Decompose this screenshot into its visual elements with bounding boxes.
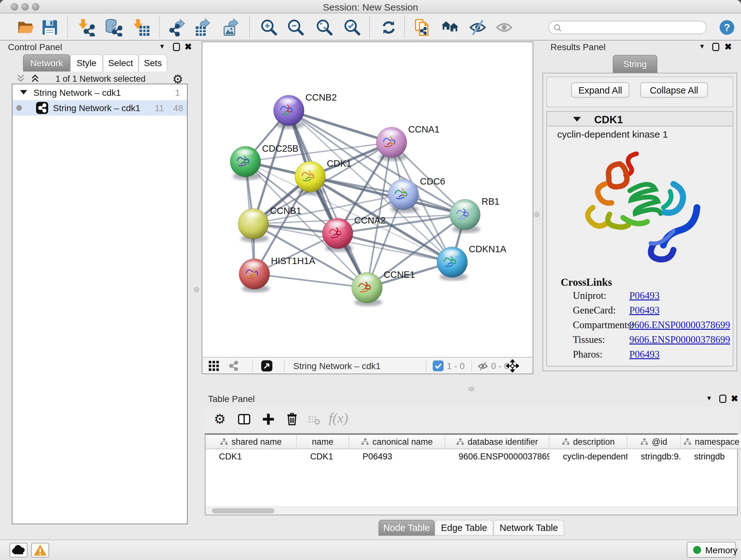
- crosslink-row: GeneCard:P06493: [546, 305, 733, 319]
- network-node-CDK1[interactable]: CDK1: [295, 159, 351, 195]
- clone-network-button[interactable]: [414, 18, 432, 37]
- save-session-button[interactable]: [41, 18, 59, 37]
- apply-layout-button[interactable]: [380, 18, 398, 37]
- search-input[interactable]: [565, 22, 702, 33]
- hidden-eye-slash-icon[interactable]: [477, 361, 488, 373]
- crosslink-link[interactable]: 9606.ENSP00000378699: [629, 334, 730, 346]
- crosslink-link[interactable]: P06493: [629, 290, 660, 301]
- network-node-CCNA1[interactable]: CCNA1: [376, 124, 440, 161]
- table-hscrollbar[interactable]: [205, 506, 737, 515]
- show-columns-icon[interactable]: [237, 412, 252, 428]
- results-panel-float-icon[interactable]: [712, 43, 719, 51]
- navigate-move-icon[interactable]: [506, 360, 519, 374]
- network-collection-row[interactable]: String Network – cdk1 1: [12, 85, 187, 100]
- hscrollbar-thumb[interactable]: [212, 508, 274, 513]
- group-collapse-icon[interactable]: [573, 117, 581, 122]
- zoom-selected-button[interactable]: [343, 18, 361, 37]
- group-name: CDK1: [594, 114, 623, 126]
- tab-node-table[interactable]: Node Table: [379, 520, 434, 536]
- collection-expand-icon[interactable]: [20, 90, 27, 95]
- bottom-splitter-handle[interactable]: [468, 387, 474, 391]
- tab-style[interactable]: Style: [70, 54, 103, 71]
- warnings-button[interactable]: [31, 543, 49, 557]
- column-header-@id[interactable]: @id: [627, 435, 681, 449]
- control-panel-close-icon[interactable]: ✖: [185, 42, 192, 52]
- zoom-in-button[interactable]: [260, 18, 278, 37]
- left-splitter-handle[interactable]: [194, 287, 199, 292]
- table-panel-close-icon[interactable]: ✖: [731, 393, 738, 404]
- zoom-out-button[interactable]: [287, 18, 305, 37]
- network-edge-count: 48: [156, 103, 183, 113]
- collapse-all-networks-icon[interactable]: [16, 73, 25, 84]
- network-node-HIST1H1A[interactable]: HIST1H1A: [239, 256, 315, 293]
- save-icon: [41, 18, 59, 37]
- column-header-name[interactable]: name: [297, 435, 349, 449]
- tab-network-table[interactable]: Network Table: [493, 520, 564, 536]
- zoom-fit-button[interactable]: [316, 18, 333, 37]
- results-panel-menu-icon[interactable]: ▼: [699, 43, 705, 50]
- crosslink-link[interactable]: 9606.ENSP00000378699: [629, 319, 730, 331]
- import-table-button[interactable]: [132, 18, 150, 37]
- copy-document-icon: [414, 18, 432, 37]
- crosslink-link[interactable]: P06493: [629, 305, 660, 316]
- tab-string[interactable]: String: [613, 55, 657, 73]
- show-all-networks-button[interactable]: [441, 18, 459, 37]
- help-button[interactable]: ?: [720, 20, 734, 35]
- control-panel-menu-icon[interactable]: ▼: [159, 43, 165, 50]
- tab-sets[interactable]: Sets: [138, 54, 167, 71]
- delete-table-icon[interactable]: [308, 414, 320, 428]
- network-canvas[interactable]: CCNB2CCNA1CDC25BCDK1CDC6RB1CCNB1CCNA2CDK…: [202, 42, 533, 356]
- table-row[interactable]: CDK1CDK1P064939606.ENSP00000378699cyclin…: [205, 450, 741, 463]
- table-panel-menu-icon[interactable]: ▼: [706, 395, 712, 402]
- import-network-button[interactable]: [77, 18, 95, 37]
- memory-button[interactable]: Memory: [687, 542, 736, 558]
- results-panel-close-icon[interactable]: ✖: [724, 42, 732, 52]
- add-column-icon[interactable]: [261, 412, 276, 428]
- column-header-canonical-name[interactable]: canonical name: [349, 435, 445, 449]
- column-header-database-identifier[interactable]: database identifier: [445, 435, 549, 449]
- function-builder-icon[interactable]: f(x): [329, 410, 348, 426]
- export-table-icon: [194, 18, 212, 37]
- network-node-RB1[interactable]: RB1: [450, 196, 499, 233]
- tab-edge-table[interactable]: Edge Table: [434, 520, 493, 536]
- table-settings-gear-icon[interactable]: ⚙: [214, 411, 226, 427]
- table-panel-float-icon[interactable]: [719, 395, 726, 403]
- tab-select[interactable]: Select: [103, 54, 138, 71]
- zoom-fit-icon: [316, 18, 333, 37]
- network-tree: String Network – cdk1 1 String Network –…: [12, 84, 188, 524]
- network-node-CDKN1A[interactable]: CDKN1A: [437, 244, 507, 281]
- import-network-from-database-button[interactable]: [105, 18, 122, 37]
- column-header-description[interactable]: description: [549, 435, 627, 449]
- eye-slash-icon: [469, 18, 487, 37]
- hide-selected-button[interactable]: [469, 18, 487, 37]
- network-node-CCNB1[interactable]: CCNB1: [238, 206, 301, 242]
- selected-checkbox-icon[interactable]: [433, 361, 444, 371]
- table-cell: stringdb:9...: [627, 450, 681, 463]
- export-table-button[interactable]: [194, 18, 212, 37]
- crosslink-label: Pharos:: [573, 349, 603, 360]
- crosslink-link[interactable]: P06493: [629, 349, 660, 360]
- show-hidden-button[interactable]: [495, 18, 513, 37]
- cloud-button[interactable]: [10, 543, 27, 557]
- results-group-header[interactable]: CDK1: [546, 111, 733, 126]
- right-splitter-handle[interactable]: [534, 212, 539, 217]
- grid-view-icon[interactable]: [208, 360, 219, 373]
- network-share-icon[interactable]: [228, 360, 239, 373]
- memory-status-dot: [693, 546, 701, 554]
- tab-network[interactable]: Network: [23, 54, 70, 71]
- delete-column-icon[interactable]: [285, 412, 299, 428]
- export-network-button[interactable]: [168, 18, 186, 37]
- column-header-namespace[interactable]: namespace: [681, 435, 741, 449]
- network-row[interactable]: String Network – cdk1 11 48: [12, 100, 187, 116]
- birdseye-view-icon[interactable]: [260, 360, 273, 374]
- collapse-all-button[interactable]: Collapse All: [640, 82, 708, 98]
- control-panel-float-icon[interactable]: [173, 43, 180, 51]
- export-image-button[interactable]: [222, 18, 240, 37]
- table-cell: P06493: [349, 450, 445, 463]
- open-file-button[interactable]: [17, 18, 35, 37]
- network-node-CDC25B[interactable]: CDC25B: [230, 143, 298, 180]
- column-header-shared-name[interactable]: shared name: [205, 435, 297, 449]
- expand-all-networks-icon[interactable]: [30, 73, 40, 84]
- network-node-CCNE1[interactable]: CCNE1: [352, 269, 415, 306]
- expand-all-button[interactable]: Expand All: [571, 82, 629, 98]
